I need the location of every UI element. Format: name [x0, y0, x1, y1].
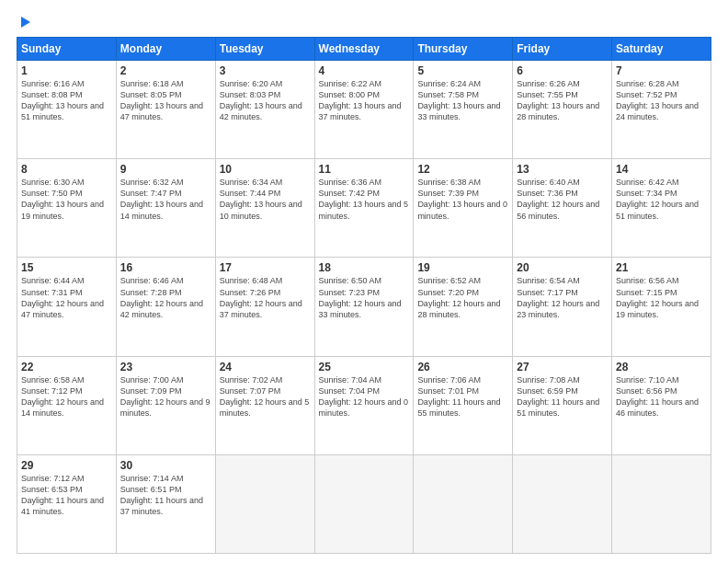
calendar-cell	[612, 454, 711, 553]
day-info: Sunrise: 6:40 AMSunset: 7:36 PMDaylight:…	[517, 177, 608, 222]
day-number: 20	[517, 261, 608, 274]
calendar-cell: 28Sunrise: 7:10 AMSunset: 6:56 PMDayligh…	[612, 356, 711, 454]
day-info: Sunrise: 7:00 AMSunset: 7:09 PMDaylight:…	[120, 374, 211, 419]
day-number: 24	[220, 361, 311, 373]
day-number: 16	[120, 261, 211, 274]
calendar-cell: 26Sunrise: 7:06 AMSunset: 7:01 PMDayligh…	[414, 356, 513, 454]
calendar-header-tuesday: Tuesday	[215, 38, 314, 61]
day-info: Sunrise: 7:06 AMSunset: 7:01 PMDaylight:…	[417, 374, 508, 419]
calendar-cell: 20Sunrise: 6:54 AMSunset: 7:17 PMDayligh…	[513, 258, 612, 356]
calendar-cell: 21Sunrise: 6:56 AMSunset: 7:15 PMDayligh…	[612, 258, 711, 356]
calendar-cell: 9Sunrise: 6:32 AMSunset: 7:47 PMDaylight…	[116, 159, 215, 258]
calendar-cell: 24Sunrise: 7:02 AMSunset: 7:07 PMDayligh…	[215, 356, 314, 454]
day-number: 27	[517, 361, 608, 373]
calendar-cell: 25Sunrise: 7:04 AMSunset: 7:04 PMDayligh…	[314, 356, 414, 454]
day-number: 10	[220, 163, 311, 176]
logo	[17, 17, 32, 29]
calendar-cell: 10Sunrise: 6:34 AMSunset: 7:44 PMDayligh…	[215, 159, 314, 258]
day-info: Sunrise: 6:30 AMSunset: 7:50 PMDaylight:…	[21, 177, 112, 222]
day-number: 7	[616, 64, 707, 77]
day-info: Sunrise: 6:34 AMSunset: 7:44 PMDaylight:…	[220, 177, 311, 222]
calendar-cell: 12Sunrise: 6:38 AMSunset: 7:39 PMDayligh…	[414, 159, 513, 258]
day-number: 17	[220, 261, 311, 274]
day-info: Sunrise: 6:50 AMSunset: 7:23 PMDaylight:…	[319, 275, 410, 320]
calendar-cell: 17Sunrise: 6:48 AMSunset: 7:26 PMDayligh…	[215, 258, 314, 356]
day-number: 22	[21, 361, 112, 373]
calendar-cell: 13Sunrise: 6:40 AMSunset: 7:36 PMDayligh…	[513, 159, 612, 258]
calendar-header-row: SundayMondayTuesdayWednesdayThursdayFrid…	[17, 38, 711, 61]
day-number: 11	[319, 163, 410, 176]
day-number: 5	[417, 64, 508, 77]
day-info: Sunrise: 6:56 AMSunset: 7:15 PMDaylight:…	[616, 275, 707, 320]
day-number: 29	[21, 459, 112, 472]
calendar-week-4: 22Sunrise: 6:58 AMSunset: 7:12 PMDayligh…	[17, 356, 711, 454]
calendar-cell: 27Sunrise: 7:08 AMSunset: 6:59 PMDayligh…	[513, 356, 612, 454]
calendar-cell: 16Sunrise: 6:46 AMSunset: 7:28 PMDayligh…	[116, 258, 215, 356]
calendar-cell: 15Sunrise: 6:44 AMSunset: 7:31 PMDayligh…	[17, 258, 117, 356]
day-info: Sunrise: 6:24 AMSunset: 7:58 PMDaylight:…	[417, 78, 508, 123]
day-number: 21	[616, 261, 707, 274]
calendar-cell: 6Sunrise: 6:26 AMSunset: 7:55 PMDaylight…	[513, 61, 612, 159]
calendar-cell	[215, 454, 314, 553]
day-info: Sunrise: 6:36 AMSunset: 7:42 PMDaylight:…	[319, 177, 410, 222]
calendar-week-1: 1Sunrise: 6:16 AMSunset: 8:08 PMDaylight…	[17, 61, 711, 159]
day-number: 3	[220, 64, 311, 77]
calendar-week-2: 8Sunrise: 6:30 AMSunset: 7:50 PMDaylight…	[17, 159, 711, 258]
day-number: 19	[417, 261, 508, 274]
calendar-cell: 29Sunrise: 7:12 AMSunset: 6:53 PMDayligh…	[17, 454, 117, 553]
day-number: 14	[616, 163, 707, 176]
day-number: 2	[120, 64, 211, 77]
day-info: Sunrise: 7:04 AMSunset: 7:04 PMDaylight:…	[319, 374, 410, 419]
calendar-cell: 4Sunrise: 6:22 AMSunset: 8:00 PMDaylight…	[314, 61, 414, 159]
day-info: Sunrise: 6:54 AMSunset: 7:17 PMDaylight:…	[517, 275, 608, 320]
calendar-header-wednesday: Wednesday	[314, 38, 414, 61]
day-info: Sunrise: 6:38 AMSunset: 7:39 PMDaylight:…	[417, 177, 508, 222]
calendar-cell: 8Sunrise: 6:30 AMSunset: 7:50 PMDaylight…	[17, 159, 117, 258]
day-number: 15	[21, 261, 112, 274]
day-info: Sunrise: 6:22 AMSunset: 8:00 PMDaylight:…	[319, 78, 410, 123]
calendar-cell: 19Sunrise: 6:52 AMSunset: 7:20 PMDayligh…	[414, 258, 513, 356]
calendar-header-saturday: Saturday	[612, 38, 711, 61]
day-info: Sunrise: 7:02 AMSunset: 7:07 PMDaylight:…	[220, 374, 311, 419]
calendar-header-monday: Monday	[116, 38, 215, 61]
calendar-header-thursday: Thursday	[414, 38, 513, 61]
svg-marker-0	[21, 17, 30, 28]
calendar-cell: 1Sunrise: 6:16 AMSunset: 8:08 PMDaylight…	[17, 61, 117, 159]
calendar-cell: 3Sunrise: 6:20 AMSunset: 8:03 PMDaylight…	[215, 61, 314, 159]
day-info: Sunrise: 6:52 AMSunset: 7:20 PMDaylight:…	[417, 275, 508, 320]
day-number: 6	[517, 64, 608, 77]
day-info: Sunrise: 6:42 AMSunset: 7:34 PMDaylight:…	[616, 177, 707, 222]
day-info: Sunrise: 7:12 AMSunset: 6:53 PMDaylight:…	[21, 473, 112, 518]
calendar-header-sunday: Sunday	[17, 38, 117, 61]
day-number: 30	[120, 459, 211, 472]
day-info: Sunrise: 6:48 AMSunset: 7:26 PMDaylight:…	[220, 275, 311, 320]
day-number: 8	[21, 163, 112, 176]
day-number: 26	[417, 361, 508, 373]
day-number: 23	[120, 361, 211, 373]
day-info: Sunrise: 6:46 AMSunset: 7:28 PMDaylight:…	[120, 275, 211, 320]
calendar-cell: 2Sunrise: 6:18 AMSunset: 8:05 PMDaylight…	[116, 61, 215, 159]
calendar-cell: 7Sunrise: 6:28 AMSunset: 7:52 PMDaylight…	[612, 61, 711, 159]
calendar-week-3: 15Sunrise: 6:44 AMSunset: 7:31 PMDayligh…	[17, 258, 711, 356]
day-info: Sunrise: 6:32 AMSunset: 7:47 PMDaylight:…	[120, 177, 211, 222]
calendar-cell: 5Sunrise: 6:24 AMSunset: 7:58 PMDaylight…	[414, 61, 513, 159]
day-info: Sunrise: 6:26 AMSunset: 7:55 PMDaylight:…	[517, 78, 608, 123]
day-number: 1	[21, 64, 112, 77]
calendar-cell	[513, 454, 612, 553]
day-number: 12	[417, 163, 508, 176]
day-info: Sunrise: 6:20 AMSunset: 8:03 PMDaylight:…	[220, 78, 311, 123]
calendar-cell: 11Sunrise: 6:36 AMSunset: 7:42 PMDayligh…	[314, 159, 414, 258]
day-info: Sunrise: 6:16 AMSunset: 8:08 PMDaylight:…	[21, 78, 112, 123]
calendar-cell: 30Sunrise: 7:14 AMSunset: 6:51 PMDayligh…	[116, 454, 215, 553]
day-info: Sunrise: 6:58 AMSunset: 7:12 PMDaylight:…	[21, 374, 112, 419]
logo-arrow-icon	[17, 15, 32, 29]
calendar-cell	[414, 454, 513, 553]
day-info: Sunrise: 6:28 AMSunset: 7:52 PMDaylight:…	[616, 78, 707, 123]
day-number: 25	[319, 361, 410, 373]
page: SundayMondayTuesdayWednesdayThursdayFrid…	[0, 0, 728, 563]
day-number: 18	[319, 261, 410, 274]
day-number: 9	[120, 163, 211, 176]
day-number: 13	[517, 163, 608, 176]
day-info: Sunrise: 6:18 AMSunset: 8:05 PMDaylight:…	[120, 78, 211, 123]
calendar-table: SundayMondayTuesdayWednesdayThursdayFrid…	[17, 37, 711, 554]
